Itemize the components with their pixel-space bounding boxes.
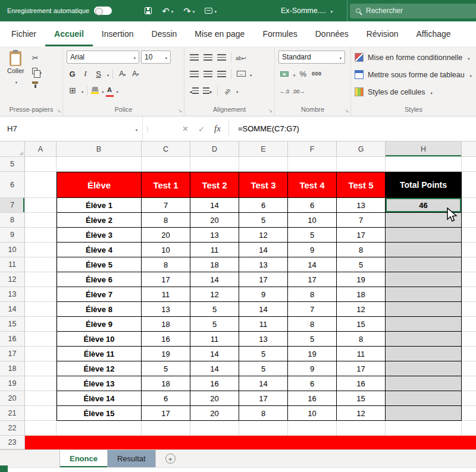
cell-G16[interactable]: 8 [337, 332, 386, 347]
cell-H14[interactable] [386, 302, 462, 317]
cell-G20[interactable]: 15 [337, 391, 386, 406]
cell-D14[interactable]: 5 [190, 302, 239, 317]
row-header-17[interactable]: 17 [0, 347, 25, 361]
underline-button[interactable]: S [93, 68, 104, 80]
cell-B20[interactable]: Élève 14 [57, 391, 142, 406]
cell-A21[interactable] [25, 406, 57, 421]
cell-C19[interactable]: 18 [142, 376, 190, 391]
cell-H23[interactable] [386, 436, 462, 449]
fill-color-chevron-icon[interactable] [102, 85, 104, 96]
cell-H17[interactable] [386, 347, 462, 361]
cell-G15[interactable]: 15 [337, 317, 386, 332]
cell-C5[interactable] [142, 157, 190, 172]
cell-D19[interactable]: 16 [190, 376, 239, 391]
cell-D9[interactable]: 13 [190, 228, 239, 243]
ribbon-tab-fichier[interactable]: Fichier [2, 21, 45, 46]
cell-overflow-9[interactable] [462, 228, 476, 243]
cell-A8[interactable] [25, 213, 57, 228]
cell-overflow-14[interactable] [462, 302, 476, 317]
cell-overflow-19[interactable] [462, 376, 476, 391]
ribbon-tab-affichage[interactable]: Affichage [408, 21, 460, 46]
cell-E7[interactable]: 6 [239, 198, 288, 213]
cell-styles-button[interactable]: Styles de cellules [355, 84, 472, 99]
cell-C10[interactable]: 10 [142, 243, 190, 257]
cell-D18[interactable]: 14 [190, 361, 239, 376]
underline-chevron-icon[interactable] [107, 68, 109, 79]
cell-G13[interactable]: 18 [337, 287, 386, 302]
font-color-chevron-icon[interactable] [117, 85, 118, 96]
cell-G5[interactable] [337, 157, 386, 172]
cell-A20[interactable] [25, 391, 57, 406]
cell-H5[interactable] [386, 157, 462, 172]
cell-E18[interactable]: 5 [239, 361, 288, 376]
cell-G6[interactable]: Test 5 [337, 172, 386, 198]
increase-decimal-icon[interactable] [278, 84, 290, 96]
cell-B17[interactable]: Élève 11 [57, 347, 142, 361]
cell-B12[interactable]: Élève 6 [57, 272, 142, 287]
cell-A7[interactable] [25, 198, 57, 213]
cell-B13[interactable]: Élève 7 [57, 287, 142, 302]
decrease-decimal-icon[interactable] [292, 84, 305, 96]
cell-G19[interactable]: 16 [337, 376, 386, 391]
enter-icon[interactable] [193, 117, 209, 141]
cell-E20[interactable]: 17 [239, 391, 288, 406]
cell-A19[interactable] [25, 376, 57, 391]
cell-E13[interactable]: 9 [239, 287, 288, 302]
cell-F9[interactable]: 5 [288, 228, 337, 243]
cell-D22[interactable] [190, 421, 239, 436]
cell-D13[interactable]: 12 [190, 287, 239, 302]
cell-B21[interactable]: Élève 15 [57, 406, 142, 421]
cell-B22[interactable] [57, 421, 142, 436]
cell-B5[interactable] [57, 157, 142, 172]
row-header-15[interactable]: 15 [0, 317, 25, 332]
cell-E19[interactable]: 14 [239, 376, 288, 391]
document-title[interactable]: Ex-Somme.... [281, 7, 333, 15]
cell-C12[interactable]: 17 [142, 272, 190, 287]
cell-A17[interactable] [25, 347, 57, 361]
column-header-B[interactable]: B [57, 141, 142, 157]
cell-F7[interactable]: 6 [288, 198, 337, 213]
formula-input[interactable]: =SOMME(C7:G7) [232, 117, 299, 141]
sheet-tab-resultat[interactable]: Resultat [108, 450, 156, 467]
cell-H18[interactable] [386, 361, 462, 376]
cell-D8[interactable]: 20 [190, 213, 239, 228]
cell-H19[interactable] [386, 376, 462, 391]
cell-F5[interactable] [288, 157, 337, 172]
cell-E16[interactable]: 13 [239, 332, 288, 347]
cell-overflow-22[interactable] [462, 421, 476, 436]
cell-overflow-12[interactable] [462, 272, 476, 287]
cell-E11[interactable]: 13 [239, 257, 288, 272]
decrease-font-size-icon[interactable] [130, 68, 141, 80]
format-painter-icon[interactable] [32, 80, 42, 89]
cell-F18[interactable]: 9 [288, 361, 337, 376]
cell-A5[interactable] [25, 157, 57, 172]
column-header-F[interactable]: F [288, 141, 337, 157]
number-dialog-launcher-icon[interactable] [345, 105, 349, 114]
cell-F11[interactable]: 14 [288, 257, 337, 272]
row-header-13[interactable]: 13 [0, 287, 25, 302]
cell-A12[interactable] [25, 272, 57, 287]
cell-C8[interactable]: 8 [142, 213, 190, 228]
italic-button[interactable]: I [80, 68, 91, 80]
name-box[interactable]: H7 [0, 117, 143, 141]
clipboard-dialog-launcher-icon[interactable] [57, 105, 61, 114]
cell-G11[interactable]: 5 [337, 257, 386, 272]
font-dialog-launcher-icon[interactable] [178, 105, 182, 114]
cell-overflow-10[interactable] [462, 243, 476, 257]
align-top-icon[interactable] [188, 51, 200, 63]
cell-C15[interactable]: 18 [142, 317, 190, 332]
cell-E17[interactable]: 5 [239, 347, 288, 361]
row-header-18[interactable]: 18 [0, 361, 25, 376]
cell-F22[interactable] [288, 421, 337, 436]
decrease-indent-icon[interactable] [188, 84, 200, 96]
cell-F21[interactable]: 10 [288, 406, 337, 421]
cell-F12[interactable]: 17 [288, 272, 337, 287]
ribbon-tab-mise-en-page[interactable]: Mise en page [186, 21, 253, 46]
insert-function-icon[interactable]: fx [209, 117, 226, 141]
cell-D20[interactable]: 20 [190, 391, 239, 406]
conditional-formatting-button[interactable]: Mise en forme conditionnelle [355, 50, 472, 65]
cell-D6[interactable]: Test 2 [190, 172, 239, 198]
column-header-G[interactable]: G [337, 141, 386, 157]
cell-D5[interactable] [190, 157, 239, 172]
cell-A15[interactable] [25, 317, 57, 332]
